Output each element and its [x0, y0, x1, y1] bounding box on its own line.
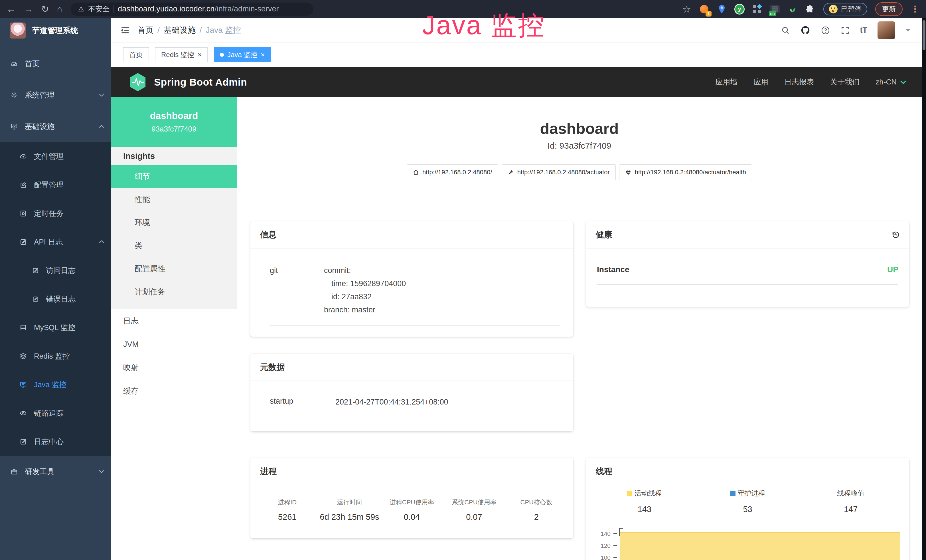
app-title: 芋道管理系统: [32, 26, 78, 36]
github-icon[interactable]: [800, 25, 811, 35]
scrollbar-thumb[interactable]: [923, 20, 925, 50]
page-url[interactable]: dashboard.yudao.iocoder.cn/infra/admin-s…: [118, 5, 278, 14]
sba-nav: 应用墙 应用 日志报表 关于我们 zh-CN: [715, 77, 906, 87]
health-card-title: 健康: [596, 230, 612, 239]
address-bar[interactable]: ⚠ 不安全 dashboard.yudao.iocoder.cn/infra/a…: [71, 3, 313, 16]
sba-nav-applications[interactable]: 应用: [754, 77, 768, 87]
tab-redis-monitor[interactable]: Redis 监控 ×: [155, 47, 207, 62]
sba-instance-header[interactable]: dashboard 93a3fc7f7409: [111, 97, 237, 147]
security-label: 不安全: [88, 4, 109, 14]
sba-nav-wallboard[interactable]: 应用墙: [715, 77, 737, 87]
service-url-link[interactable]: http://192.168.0.2:48080/: [407, 164, 498, 180]
sidebar-item-log-center[interactable]: 日志中心: [0, 427, 111, 456]
sidebar-submenu-infrastructure: 文件管理 配置管理 定时任务 API 日志 访问日志: [0, 142, 111, 456]
sidebar-item-access-log[interactable]: 访问日志: [0, 256, 111, 285]
health-url-link[interactable]: http://192.168.0.2:48080/actuator/health: [619, 164, 752, 180]
sidebar-item-dev-tools[interactable]: 研发工具: [0, 456, 111, 487]
extension-orange-icon[interactable]: 1: [699, 4, 709, 14]
instance-links: http://192.168.0.2:48080/ http://192.168…: [237, 164, 922, 180]
update-button[interactable]: 更新: [875, 2, 903, 16]
font-size-icon[interactable]: tT: [860, 26, 867, 35]
log-edit-icon: [20, 238, 27, 246]
threads-chart: 140 120 100: [593, 525, 902, 560]
sba-item-details[interactable]: 细节: [111, 165, 237, 188]
sba-instance-name: dashboard: [150, 110, 198, 121]
search-icon[interactable]: [781, 26, 790, 35]
url-path: /infra/admin-server: [215, 5, 278, 13]
sba-item-scheduled-tasks[interactable]: 计划任务: [111, 280, 237, 304]
extension-leaf-icon[interactable]: [787, 4, 798, 14]
sidebar-item-error-log[interactable]: 错误日志: [0, 285, 111, 313]
sidebar-item-system[interactable]: 系统管理: [0, 79, 111, 111]
sba-item-caches[interactable]: 缓存: [111, 380, 237, 403]
sidebar-item-config-management[interactable]: 配置管理: [0, 171, 111, 199]
sba-item-classes[interactable]: 类: [111, 234, 237, 257]
extension-y-icon[interactable]: y: [734, 4, 744, 14]
fullscreen-icon[interactable]: [840, 26, 850, 35]
sidebar-item-home[interactable]: 首页: [0, 48, 111, 79]
sba-item-logs[interactable]: 日志: [111, 309, 237, 333]
sba-item-environment[interactable]: 环境: [111, 211, 237, 234]
sidebar-item-tracing[interactable]: 链路追踪: [0, 399, 111, 427]
sidebar-item-scheduled-jobs[interactable]: 定时任务: [0, 199, 111, 228]
browser-back-icon[interactable]: ←: [6, 4, 16, 14]
browser-home-icon[interactable]: ⌂: [57, 4, 63, 14]
sidebar-item-java-monitor[interactable]: Java 监控: [0, 370, 111, 399]
stat-pid: 进程ID 5261: [256, 498, 318, 522]
help-icon[interactable]: [821, 26, 830, 35]
legend-swatch-blue: [730, 491, 735, 496]
browser-reload-icon[interactable]: ↻: [41, 4, 49, 14]
log-edit-icon: [32, 267, 39, 274]
sba-item-jvm[interactable]: JVM: [111, 333, 237, 356]
map-pin-icon[interactable]: [717, 4, 727, 14]
paused-profile-button[interactable]: 已暂停: [823, 3, 867, 15]
page-scrollbar[interactable]: [922, 18, 926, 560]
hamburger-fold-icon[interactable]: [120, 26, 130, 35]
emoji-face-icon: [829, 5, 838, 14]
stat-system-cpu: 系统CPU使用率 0.07: [443, 498, 505, 522]
close-icon[interactable]: ×: [261, 51, 265, 59]
history-icon[interactable]: [891, 230, 900, 239]
screen: ← → ↻ ⌂ ⚠ 不安全 dashboard.yudao.iocoder.cn…: [0, 0, 926, 560]
sba-item-config-props[interactable]: 配置属性: [111, 257, 237, 280]
bookmark-star-icon[interactable]: ☆: [682, 3, 691, 15]
sba-item-mappings[interactable]: 映射: [111, 356, 237, 380]
sba-nav-journal[interactable]: 日志报表: [784, 77, 814, 87]
sba-nav-about[interactable]: 关于我们: [830, 77, 859, 87]
sidebar-item-infrastructure[interactable]: 基础设施: [0, 111, 111, 142]
sba-language-select[interactable]: zh-CN: [876, 77, 906, 86]
layers-icon: [20, 352, 27, 360]
stat-uptime: 运行时间 6d 23h 15m 59s: [318, 498, 380, 522]
breadcrumb-home[interactable]: 首页: [138, 25, 153, 36]
extension-on-icon[interactable]: on: [770, 4, 780, 14]
y-tick-140: 140: [593, 531, 611, 537]
sidebar-item-redis-monitor[interactable]: Redis 监控: [0, 342, 111, 370]
extension-badge: 1: [705, 11, 711, 17]
extension-grid-icon[interactable]: [752, 4, 762, 14]
sidebar-item-mysql-monitor[interactable]: MySQL 监控: [0, 313, 111, 342]
breadcrumb-infrastructure[interactable]: 基础设施: [164, 25, 196, 36]
health-row[interactable]: Instance UP: [597, 265, 898, 285]
tab-java-monitor[interactable]: Java 监控 ×: [214, 47, 271, 62]
app-logo-row[interactable]: 芋道管理系统: [0, 18, 111, 43]
sba-item-metrics[interactable]: 性能: [111, 188, 237, 211]
process-card: 进程 进程ID 5261 运行时间 6d 23h 15m 59s: [250, 458, 573, 538]
sidebar-item-file-management[interactable]: 文件管理: [0, 142, 111, 171]
chevron-down-icon: [900, 80, 906, 84]
active-tab-dot: [220, 53, 224, 57]
browser-forward-icon[interactable]: →: [24, 4, 33, 14]
sba-section-label: Insights: [111, 147, 237, 165]
info-value: commit: time: 1596289704000 id: 27aa832 …: [324, 264, 406, 316]
breadcrumb-current: Java 监控: [206, 25, 241, 36]
health-card: 健康 Instance UP: [586, 221, 909, 307]
avatar-caret-icon[interactable]: [905, 29, 911, 32]
sba-brand[interactable]: Spring Boot Admin: [129, 73, 247, 92]
actuator-url-link[interactable]: http://192.168.0.2:48080/actuator: [502, 164, 616, 180]
close-icon[interactable]: ×: [198, 51, 202, 59]
tab-home[interactable]: 首页: [123, 47, 149, 62]
extensions-puzzle-icon[interactable]: [805, 4, 816, 14]
sidebar-item-api-log[interactable]: API 日志: [0, 228, 111, 256]
user-avatar[interactable]: [878, 21, 895, 39]
browser-menu-icon[interactable]: ⋮: [911, 4, 920, 15]
y-tick-100: 100: [593, 555, 611, 560]
